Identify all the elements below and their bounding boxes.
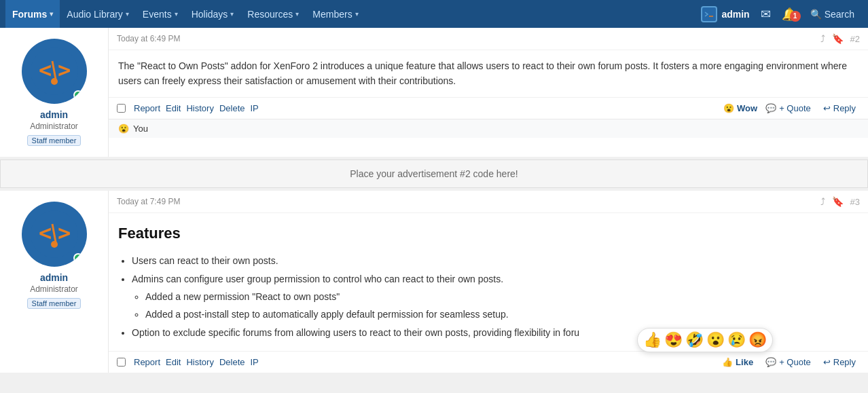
history-link-2[interactable]: History <box>186 357 213 367</box>
page-content: < > admin Administrator Staff member Tod… <box>0 28 868 393</box>
quote-label-2: + Quote <box>779 357 811 367</box>
top-nav: Forums ▾ Audio Library ▾ Events ▾ Holida… <box>0 0 868 28</box>
nav-resources[interactable]: Resources ▾ <box>240 0 306 28</box>
ip-link-1[interactable]: IP <box>250 103 258 113</box>
svg-point-10 <box>51 241 58 248</box>
admin-code-icon <box>701 6 717 22</box>
post-2-actions: Report Edit History Delete IP 👍 😍 🤣 😮 😢 … <box>109 351 868 373</box>
emoji-reaction-bar: 👍 😍 🤣 😮 😢 😡 <box>637 328 773 352</box>
holidays-chevron-icon: ▾ <box>230 10 234 18</box>
post-1: < > admin Administrator Staff member Tod… <box>0 28 868 157</box>
quote-icon-1: 💬 <box>765 103 776 113</box>
notifications-button[interactable]: 🔔 1 <box>776 7 802 22</box>
svg-text:<: < <box>39 220 52 246</box>
post-1-header: Today at 6:49 PM ⤴ 🔖 #2 <box>109 28 868 50</box>
post-2-header-right: ⤴ 🔖 #3 <box>820 196 860 207</box>
post-1-checkbox[interactable] <box>117 104 126 113</box>
post-2-checkbox[interactable] <box>117 358 126 367</box>
angry-emoji[interactable]: 😡 <box>748 331 767 349</box>
sad-emoji[interactable]: 😢 <box>727 331 746 349</box>
wow-emoji-1: 😮 <box>723 103 734 113</box>
nav-events[interactable]: Events ▾ <box>136 0 185 28</box>
nav-members-label: Members <box>312 9 352 20</box>
mail-button[interactable]: ✉ <box>755 7 776 22</box>
bookmark-icon-1[interactable]: 🔖 <box>832 33 844 44</box>
edit-link-1[interactable]: Edit <box>166 103 181 113</box>
nav-forums[interactable]: Forums ▾ <box>5 0 60 28</box>
events-chevron-icon: ▾ <box>175 10 178 18</box>
wow-label-1: Wow <box>737 103 757 113</box>
reaction-bar-1: 😮 You <box>109 119 868 138</box>
reply-icon-1: ↩ <box>823 103 831 113</box>
post-1-text: The "React to Own Posts" addon for XenFo… <box>118 58 858 89</box>
admin-button[interactable]: admin <box>695 6 755 22</box>
quote-button-1[interactable]: 💬 + Quote <box>761 102 815 115</box>
share-icon-1[interactable]: ⤴ <box>820 33 825 44</box>
svg-text:>: > <box>58 220 71 246</box>
avatar-svg-2: < > <box>31 210 78 258</box>
post-2-number: #3 <box>850 197 860 207</box>
avatar-2[interactable]: < > <box>22 202 87 267</box>
svg-point-5 <box>51 78 58 85</box>
username-1[interactable]: admin <box>40 109 68 120</box>
post-2-header: Today at 7:49 PM ⤴ 🔖 #3 <box>109 191 868 213</box>
username-2[interactable]: admin <box>40 272 68 283</box>
nav-members[interactable]: Members ▾ <box>306 0 365 28</box>
code-svg <box>704 9 715 20</box>
nav-resources-label: Resources <box>247 9 293 20</box>
nav-audio-library[interactable]: Audio Library ▾ <box>60 0 136 28</box>
quote-button-2[interactable]: 💬 + Quote <box>761 356 815 369</box>
post-1-header-right: ⤴ 🔖 #2 <box>820 33 860 44</box>
report-link-2[interactable]: Report <box>134 357 160 367</box>
avatar-1[interactable]: < > <box>22 39 87 104</box>
edit-link-2[interactable]: Edit <box>166 357 181 367</box>
advertisement-block: Place your advertisement #2 code here! <box>0 160 868 188</box>
delete-link-1[interactable]: Delete <box>219 103 245 113</box>
quote-label-1: + Quote <box>779 103 811 113</box>
search-icon: 🔍 <box>810 9 822 20</box>
admin-name: admin <box>721 9 749 20</box>
post-1-main: Today at 6:49 PM ⤴ 🔖 #2 The "React to Ow… <box>109 28 868 157</box>
share-icon-2[interactable]: ⤴ <box>820 196 825 207</box>
post-2-sidebar: < > admin Administrator Staff member <box>0 191 109 373</box>
ip-link-2[interactable]: IP <box>250 357 258 367</box>
post-1-number: #2 <box>850 34 860 44</box>
bookmark-icon-2[interactable]: 🔖 <box>832 196 844 207</box>
nav-audio-library-label: Audio Library <box>67 9 123 20</box>
post-2-sub-bullet-2: Added a post-install step to automatical… <box>145 307 858 322</box>
post-2-main: Today at 7:49 PM ⤴ 🔖 #3 Features Users c… <box>109 191 868 373</box>
post-2: < > admin Administrator Staff member Tod… <box>0 191 868 373</box>
reply-button-2[interactable]: ↩ Reply <box>819 356 860 369</box>
nav-holidays-label: Holidays <box>192 9 228 20</box>
wow-emoji[interactable]: 😮 <box>706 331 725 349</box>
audio-chevron-icon: ▾ <box>126 10 129 18</box>
user-role-1: Administrator <box>30 121 78 131</box>
post-2-list: Users can react to their own posts. Admi… <box>132 253 858 340</box>
post-2-timestamp: Today at 7:49 PM <box>117 197 180 206</box>
nav-forums-label: Forums <box>12 9 47 20</box>
search-label: Search <box>825 9 854 20</box>
reply-label-1: Reply <box>833 103 856 113</box>
reaction-emoji-1: 😮 <box>118 124 129 134</box>
haha-emoji[interactable]: 🤣 <box>685 331 704 349</box>
history-link-1[interactable]: History <box>186 103 213 113</box>
user-role-2: Administrator <box>30 284 78 294</box>
like-emoji[interactable]: 👍 <box>643 331 662 349</box>
nav-events-label: Events <box>143 9 172 20</box>
notification-badge: 1 <box>790 11 801 22</box>
like-icon-2: 👍 <box>722 357 733 367</box>
post-2-sub-list: Added a new permission "React to own pos… <box>145 289 858 322</box>
post-1-timestamp: Today at 6:49 PM <box>117 34 180 43</box>
like-button-2[interactable]: 👍 Like <box>718 356 757 369</box>
search-button[interactable]: 🔍 Search <box>802 9 863 20</box>
delete-link-2[interactable]: Delete <box>219 357 245 367</box>
svg-text:<: < <box>39 57 52 83</box>
wow-reaction-1[interactable]: 😮 Wow <box>723 103 757 113</box>
reply-icon-2: ↩ <box>823 357 831 367</box>
nav-holidays[interactable]: Holidays ▾ <box>185 0 241 28</box>
post-1-right-actions: 😮 Wow 💬 + Quote ↩ Reply <box>723 102 860 115</box>
reply-button-1[interactable]: ↩ Reply <box>819 102 860 115</box>
post-2-title: Features <box>118 221 858 245</box>
love-emoji[interactable]: 😍 <box>664 331 683 349</box>
report-link-1[interactable]: Report <box>134 103 160 113</box>
